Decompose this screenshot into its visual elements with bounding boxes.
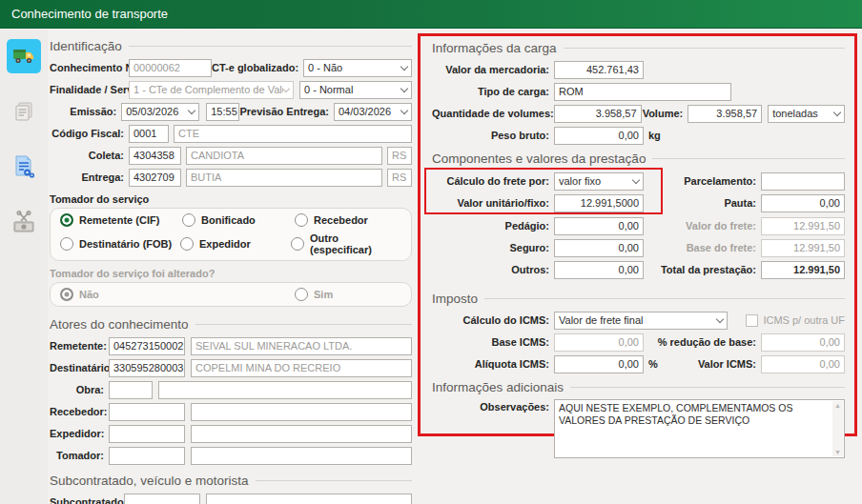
recebedor-code-input[interactable] (109, 403, 185, 421)
volume-input[interactable]: 3.958,57 (688, 105, 762, 123)
recebedor-name-input[interactable] (191, 403, 412, 421)
remetente-code-input[interactable]: 04527315000223 (109, 337, 185, 355)
row-finalidade: Finalidade / Serviço: 1 - CTe de Complem… (50, 80, 412, 99)
calculo-icms-select[interactable]: Valor de frete final (554, 312, 728, 330)
icms-outra-uf-checkbox[interactable]: ICMS p/ outra UF (746, 314, 845, 327)
radio-expedidor[interactable]: Expedidor (180, 232, 291, 255)
cte-globalizado-select[interactable]: 0 - Não (303, 59, 412, 77)
valor-icms-label: Valor ICMS: (658, 358, 761, 370)
emissao-label: Emissão: (50, 106, 121, 117)
truck-icon (11, 44, 36, 69)
radio-destinatario-fob[interactable]: Destinatário (FOB) (60, 232, 180, 255)
base-frete-label: Base do frete: (657, 242, 761, 253)
radio-bonificado[interactable]: Bonificado (182, 213, 295, 227)
remetente-name-input[interactable]: SEIVAL SUL MINERACAO LTDA. (191, 337, 412, 355)
quantidade-volumes-input[interactable]: 3.958,57 (554, 105, 642, 123)
total-prestacao-input: 12.991,50 (761, 261, 845, 279)
radio-alterado-sim[interactable]: Sim (295, 288, 333, 301)
pedagio-label: Pedágio: (432, 220, 554, 232)
tipo-carga-input[interactable]: ROM (554, 83, 731, 101)
expedidor-name-input[interactable] (191, 425, 412, 443)
obra-label: Obra: (50, 384, 109, 395)
row-entrega: Entrega: 4302709 BUTIA RS (50, 168, 412, 187)
chevron-down-icon (833, 108, 841, 115)
coleta-city-input[interactable]: CANDIOTA (186, 147, 382, 165)
valor-unitario-input[interactable]: 12.991,5000 (554, 194, 644, 212)
valor-frete-label: Valor do frete: (657, 220, 761, 232)
conhecimento-input[interactable]: 00000062 (129, 59, 212, 77)
conhecimento-label: Conhecimento Nº: (50, 62, 129, 73)
row-pedagio: Pedágio: 0,00 (432, 216, 657, 235)
entrega-code-input[interactable]: 4302709 (129, 169, 181, 187)
row-calculo-frete: Cálculo do frete por: valor fixo (432, 171, 657, 191)
chevron-down-icon (282, 84, 290, 91)
tipo-emissao-select[interactable]: 0 - Normal (299, 81, 412, 99)
quantidade-volumes-label: Quantidade de volumes: (432, 108, 554, 119)
destinatario-code-input[interactable]: 33059528000357 (109, 359, 185, 377)
obra-code-input[interactable] (109, 381, 153, 399)
row-expedidor: Expedidor: (50, 424, 412, 443)
valor-mercadoria-input[interactable]: 452.761,43 (554, 61, 644, 79)
seguro-input[interactable]: 0,00 (554, 239, 644, 257)
row-parcelamento: Parcelamento: (657, 171, 845, 191)
scroll-up-icon[interactable]: ▲ (834, 402, 841, 409)
copy-documents-icon (12, 100, 35, 123)
peso-bruto-input[interactable]: 0,00 (554, 127, 644, 145)
chevron-down-icon (632, 175, 640, 183)
radio-alterado-nao[interactable]: Não (60, 288, 295, 301)
chevron-down-icon (716, 314, 724, 322)
base-icms-input: 0,00 (554, 333, 644, 352)
sidebar-item-documents[interactable] (7, 94, 41, 129)
parcelamento-input[interactable] (761, 172, 845, 191)
aliquota-unit-label: % (644, 358, 658, 370)
section-adicionais: Informações adicionais (432, 380, 845, 394)
sidebar-item-payment-cut[interactable] (7, 205, 41, 239)
expedidor-code-input[interactable] (109, 425, 185, 443)
subcontratado-code-input[interactable] (124, 494, 200, 504)
tomador-name-input[interactable] (191, 447, 412, 465)
row-base-icms: Base ICMS: 0,00 % redução de base: 0,00 (432, 333, 845, 352)
sidebar-item-transport[interactable] (7, 39, 41, 73)
scroll-down-icon[interactable]: ▼ (834, 449, 841, 455)
row-emissao: Emissão: 05/03/2026 15:55 Previsão Entre… (50, 102, 412, 121)
radio-recebedor[interactable]: Recebedor (295, 213, 368, 227)
finalidade-select[interactable]: 1 - CTe de Complemento de Valores (129, 81, 294, 99)
observacoes-textarea[interactable]: AQUI NESTE EXEMPLO, COMPLEMENTAMOS OS VA… (554, 399, 845, 458)
entrega-uf-input[interactable]: RS (387, 169, 412, 187)
radio-remetente-cif[interactable]: Remetente (CIF) (60, 213, 182, 227)
radio-outro[interactable]: Outro (especificar) (291, 232, 401, 255)
destinatario-name-input[interactable]: COPELMI MINA DO RECREIO (191, 359, 412, 377)
tomador-group-label: Tomador do serviço (50, 193, 412, 205)
codigo-fiscal-desc-input[interactable]: CTE (174, 125, 412, 143)
entrega-city-input[interactable]: BUTIA (186, 169, 382, 187)
sidebar-item-document-settings[interactable] (7, 150, 41, 184)
codigo-fiscal-input[interactable]: 0001 (129, 125, 169, 143)
volume-unit-select[interactable]: toneladas (768, 105, 845, 123)
document-gears-icon (11, 154, 36, 179)
outros-label: Outros: (432, 264, 554, 275)
pedagio-input[interactable]: 0,00 (554, 217, 644, 235)
peso-bruto-label: Peso bruto: (432, 130, 554, 141)
scrollbar[interactable]: ▲ ▼ (832, 401, 843, 456)
coleta-code-input[interactable]: 4304358 (129, 147, 181, 165)
aliquota-icms-input[interactable]: 0,00 (554, 355, 644, 373)
outros-input[interactable]: 0,00 (554, 261, 644, 279)
radio-icon (60, 237, 73, 251)
chevron-down-icon (400, 106, 408, 113)
chevron-down-icon (400, 62, 408, 70)
obra-name-input[interactable] (158, 381, 412, 399)
valor-unitario-label: Valor unitário/fixo: (432, 197, 554, 209)
radio-icon (295, 288, 308, 301)
emissao-time-input[interactable]: 15:55 (206, 103, 239, 121)
tomador-code-input[interactable] (109, 447, 185, 465)
calculo-frete-select[interactable]: valor fixo (554, 172, 644, 191)
title-bar: Conhecimento de transporte (0, 0, 862, 29)
previsao-entrega-date-picker[interactable]: 04/03/2026 (334, 103, 412, 121)
chevron-down-icon (400, 84, 408, 91)
remetente-label: Remetente: (50, 340, 109, 352)
parcelamento-label: Parcelamento: (657, 175, 761, 187)
pauta-input[interactable]: 0,00 (761, 194, 845, 212)
subcontratado-name-input[interactable] (206, 494, 412, 504)
emissao-date-picker[interactable]: 05/03/2026 (121, 103, 199, 121)
coleta-uf-input[interactable]: RS (387, 147, 412, 165)
